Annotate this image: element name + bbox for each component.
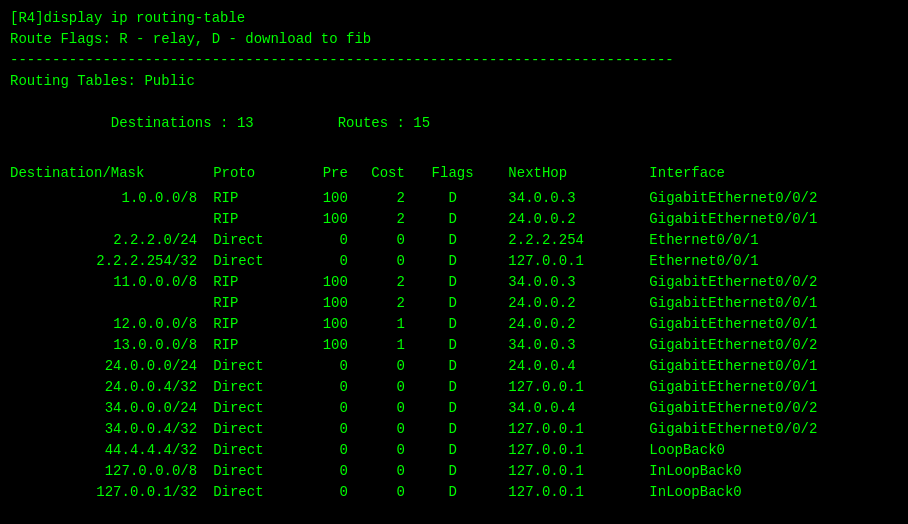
- cell-pre: 100: [301, 209, 356, 230]
- cell-cost: 0: [356, 419, 413, 440]
- cell-interface: GigabitEthernet0/0/2: [629, 335, 898, 356]
- cell-interface: LoopBack0: [629, 440, 898, 461]
- cell-flags: D: [413, 293, 492, 314]
- table-row: 44.4.4.4/32Direct00D127.0.0.1LoopBack0: [10, 440, 898, 461]
- cell-proto: Direct: [205, 440, 301, 461]
- cell-proto: RIP: [205, 209, 301, 230]
- cell-cost: 0: [356, 377, 413, 398]
- cell-flags: D: [413, 314, 492, 335]
- cell-pre: 100: [301, 188, 356, 209]
- table-row: 127.0.0.0/8Direct00D127.0.0.1InLoopBack0: [10, 461, 898, 482]
- cell-flags: D: [413, 335, 492, 356]
- cell-interface: GigabitEthernet0/0/1: [629, 356, 898, 377]
- cell-interface: GigabitEthernet0/0/2: [629, 398, 898, 419]
- cell-nexthop: 127.0.0.1: [492, 377, 629, 398]
- table-row: RIP1002D24.0.0.2GigabitEthernet0/0/1: [10, 293, 898, 314]
- cell-proto: Direct: [205, 251, 301, 272]
- cell-pre: 100: [301, 272, 356, 293]
- cell-destination: 34.0.0.4/32: [10, 419, 205, 440]
- cell-cost: 0: [356, 440, 413, 461]
- cell-proto: RIP: [205, 293, 301, 314]
- cell-nexthop: 127.0.0.1: [492, 251, 629, 272]
- cell-destination: 12.0.0.0/8: [10, 314, 205, 335]
- separator-line: ----------------------------------------…: [10, 50, 898, 71]
- col-header-cost: Cost: [356, 163, 413, 188]
- cell-pre: 0: [301, 440, 356, 461]
- routes-count: 15: [413, 115, 430, 131]
- cell-flags: D: [413, 377, 492, 398]
- command-line: [R4]display ip routing-table: [10, 8, 898, 29]
- cell-flags: D: [413, 440, 492, 461]
- cell-proto: Direct: [205, 356, 301, 377]
- cell-interface: GigabitEthernet0/0/1: [629, 377, 898, 398]
- col-header-pre: Pre: [301, 163, 356, 188]
- cell-pre: 0: [301, 419, 356, 440]
- table-row: 24.0.0.0/24Direct00D24.0.0.4GigabitEther…: [10, 356, 898, 377]
- cell-interface: GigabitEthernet0/0/2: [629, 419, 898, 440]
- cell-destination: 127.0.0.1/32: [10, 482, 205, 503]
- cell-flags: D: [413, 398, 492, 419]
- cell-pre: 0: [301, 251, 356, 272]
- cell-nexthop: 2.2.2.254: [492, 230, 629, 251]
- cell-cost: 2: [356, 293, 413, 314]
- cell-nexthop: 127.0.0.1: [492, 461, 629, 482]
- cell-pre: 100: [301, 314, 356, 335]
- cell-interface: Ethernet0/0/1: [629, 251, 898, 272]
- cell-nexthop: 24.0.0.4: [492, 356, 629, 377]
- cell-nexthop: 24.0.0.2: [492, 314, 629, 335]
- cell-flags: D: [413, 251, 492, 272]
- cell-nexthop: 127.0.0.1: [492, 482, 629, 503]
- col-header-destination: Destination/Mask: [10, 163, 205, 188]
- table-header-row: Destination/Mask Proto Pre Cost Flags Ne…: [10, 163, 898, 188]
- cell-nexthop: 34.0.0.4: [492, 398, 629, 419]
- cell-destination: 2.2.2.254/32: [10, 251, 205, 272]
- table-row: 1.0.0.0/8RIP1002D34.0.0.3GigabitEthernet…: [10, 188, 898, 209]
- cell-destination: 24.0.0.0/24: [10, 356, 205, 377]
- cell-proto: Direct: [205, 461, 301, 482]
- cell-nexthop: 127.0.0.1: [492, 419, 629, 440]
- cell-interface: InLoopBack0: [629, 461, 898, 482]
- cell-flags: D: [413, 272, 492, 293]
- destinations-count: 13: [237, 115, 254, 131]
- cell-cost: 0: [356, 356, 413, 377]
- cell-interface: GigabitEthernet0/0/2: [629, 272, 898, 293]
- table-row: 24.0.0.4/32Direct00D127.0.0.1GigabitEthe…: [10, 377, 898, 398]
- cell-destination: 13.0.0.0/8: [10, 335, 205, 356]
- cell-proto: RIP: [205, 335, 301, 356]
- cell-destination: 1.0.0.0/8: [10, 188, 205, 209]
- cell-flags: D: [413, 356, 492, 377]
- cell-proto: Direct: [205, 377, 301, 398]
- cell-destination: 44.4.4.4/32: [10, 440, 205, 461]
- cell-pre: 100: [301, 293, 356, 314]
- table-row: RIP1002D24.0.0.2GigabitEthernet0/0/1: [10, 209, 898, 230]
- stats-line: Destinations : 13 Routes : 15: [10, 92, 898, 155]
- col-header-proto: Proto: [205, 163, 301, 188]
- col-header-nexthop: NextHop: [492, 163, 629, 188]
- routing-table-label: Routing Tables: Public: [10, 71, 898, 92]
- cell-pre: 0: [301, 398, 356, 419]
- cell-cost: 1: [356, 314, 413, 335]
- routes-spacer: Routes :: [254, 115, 414, 131]
- table-row: 11.0.0.0/8RIP1002D34.0.0.3GigabitEtherne…: [10, 272, 898, 293]
- cell-interface: GigabitEthernet0/0/1: [629, 293, 898, 314]
- cell-flags: D: [413, 230, 492, 251]
- cell-interface: GigabitEthernet0/0/1: [629, 209, 898, 230]
- cell-pre: 0: [301, 356, 356, 377]
- cell-flags: D: [413, 482, 492, 503]
- cell-cost: 2: [356, 209, 413, 230]
- cell-cost: 1: [356, 335, 413, 356]
- cell-interface: InLoopBack0: [629, 482, 898, 503]
- table-row: 13.0.0.0/8RIP1001D34.0.0.3GigabitEtherne…: [10, 335, 898, 356]
- cell-cost: 0: [356, 230, 413, 251]
- cell-destination: 24.0.0.4/32: [10, 377, 205, 398]
- cell-cost: 2: [356, 188, 413, 209]
- cell-proto: Direct: [205, 482, 301, 503]
- cell-interface: GigabitEthernet0/0/2: [629, 188, 898, 209]
- cell-cost: 0: [356, 482, 413, 503]
- cell-flags: D: [413, 419, 492, 440]
- destinations-label: Destinations :: [44, 115, 237, 131]
- col-header-interface: Interface: [629, 163, 898, 188]
- col-header-flags: Flags: [413, 163, 492, 188]
- cell-pre: 0: [301, 377, 356, 398]
- table-row: 2.2.2.0/24Direct00D2.2.2.254Ethernet0/0/…: [10, 230, 898, 251]
